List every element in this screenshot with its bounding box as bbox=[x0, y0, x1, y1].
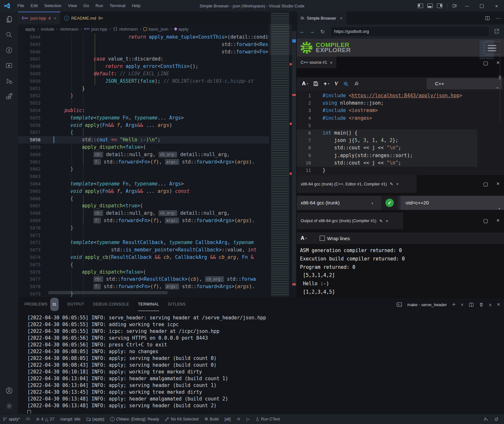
terminal-task-label[interactable]: make - serve_header bbox=[407, 302, 447, 307]
code-line-5055[interactable]: 5055 template<typename Fn, typename... A… bbox=[18, 114, 269, 122]
explorer-icon[interactable] bbox=[0, 12, 18, 27]
edit-icon[interactable]: ✎ bbox=[379, 219, 383, 223]
minimize-button[interactable]: ─ bbox=[460, 0, 474, 12]
ce-code-line-1[interactable]: 1#include <https://localhost:8443/apply/… bbox=[297, 92, 504, 99]
menu-terminal[interactable]: Terminal bbox=[106, 0, 129, 12]
code-line-5072[interactable]: 5072 template<typename ResultCallback, t… bbox=[18, 239, 269, 246]
code-line-5060[interactable]: 5060 cb: detail::null_arg, cb_arg: detai… bbox=[18, 151, 269, 158]
save-icon[interactable] bbox=[313, 81, 318, 86]
more-actions-icon[interactable]: ⋯ bbox=[496, 15, 501, 21]
close-tab-icon[interactable]: × bbox=[340, 16, 343, 21]
panel-tab-gitlens[interactable]: GITLENS bbox=[168, 298, 186, 311]
kill-terminal-icon[interactable] bbox=[479, 302, 484, 307]
settings-gear-icon[interactable] bbox=[0, 398, 18, 414]
cmake-status-item[interactable]: i CMake: [Debug]: Ready bbox=[107, 414, 162, 424]
menu-help[interactable]: Help bbox=[129, 0, 144, 12]
code-line-5053[interactable]: 5053 bbox=[18, 99, 269, 107]
pin-icon[interactable] bbox=[354, 81, 359, 86]
code-line-5067[interactable]: 5067 apply_dispatch<true>( bbox=[18, 202, 269, 210]
minimap[interactable] bbox=[269, 12, 292, 298]
ctest-item[interactable]: Run CTest bbox=[253, 414, 283, 424]
code-line-5046[interactable]: 5046 std::forward<Fn> bbox=[18, 48, 269, 56]
build-item[interactable]: ⚙Build bbox=[201, 414, 221, 424]
new-terminal-icon[interactable]: + bbox=[452, 301, 456, 308]
menu-file[interactable]: File bbox=[14, 0, 27, 12]
publish-item[interactable] bbox=[23, 414, 33, 424]
ce-code-line-11[interactable]: 11} bbox=[297, 167, 504, 174]
code-line-5069[interactable]: 5069 f: std::forward<Fn>(f), args: std::… bbox=[18, 217, 269, 224]
code-line-5074[interactable]: 5074 void apply_cb(ResultCallback && cb,… bbox=[18, 254, 269, 261]
close-panel-icon[interactable]: × bbox=[497, 301, 500, 308]
ce-source-scroll-thumb[interactable] bbox=[499, 76, 501, 80]
font-size-icon[interactable]: A▾ bbox=[302, 81, 308, 87]
ce-compiler-tab[interactable]: x86-64 gcc (trunk) (C++, Editor #1, Comp… bbox=[297, 175, 417, 193]
panel-tab-terminal[interactable]: TERMINAL bbox=[138, 298, 159, 311]
maximize-pane-icon[interactable]: ▢ bbox=[483, 218, 488, 224]
add-pane-icon[interactable]: +▾ bbox=[324, 80, 329, 87]
breadcrumb-item[interactable]: include bbox=[41, 27, 54, 32]
scrollbar-thumb[interactable] bbox=[292, 31, 296, 286]
language-select[interactable]: C++ ▾ bbox=[427, 78, 502, 89]
url-input[interactable]: https://godbolt.org bbox=[331, 27, 489, 36]
extensions-icon[interactable] bbox=[0, 89, 18, 104]
tab-json-hpp[interactable]: C++ json.hpp 4 × bbox=[18, 12, 60, 24]
feedback-icon[interactable] bbox=[480, 414, 491, 424]
code-line-5062[interactable]: 5062 } bbox=[18, 165, 269, 173]
maximize-panel-icon[interactable]: ∧ bbox=[489, 302, 492, 307]
code-line-5047[interactable]: 5047 case value_t::discarded: bbox=[18, 55, 269, 63]
menu-edit[interactable]: Edit bbox=[27, 0, 41, 12]
toggle-secondary-sidebar-icon[interactable] bbox=[435, 4, 444, 8]
horizontal-scrollbar[interactable] bbox=[48, 291, 168, 294]
code-line-5064[interactable]: 5064 template<typename Fn, typename... A… bbox=[18, 180, 269, 188]
vim-mode-icon[interactable]: V bbox=[334, 81, 338, 87]
code-line-5077[interactable]: 5077 cb: std::forward<ResultCallback>(cb… bbox=[18, 276, 269, 283]
menu-go[interactable]: Go bbox=[80, 0, 92, 12]
toggle-panel-icon[interactable] bbox=[425, 4, 435, 8]
source-control-icon[interactable] bbox=[0, 42, 18, 58]
breadcrumb-item[interactable]: C++json.hpp bbox=[84, 27, 107, 32]
split-terminal-icon[interactable] bbox=[469, 302, 474, 307]
git-branch-item[interactable]: apply* bbox=[0, 414, 23, 424]
search-icon[interactable] bbox=[0, 27, 18, 42]
ce-code-line-10[interactable]: 10 std::cout << j << "\n"; bbox=[297, 159, 504, 167]
zoom-icon[interactable] bbox=[343, 81, 349, 87]
panel-tab-debug-console[interactable]: DEBUG CONSOLE bbox=[93, 298, 130, 311]
code-line-5073[interactable]: 5073 std::is_member_pointer<ResultCallba… bbox=[18, 246, 269, 254]
terminal-dropdown-icon[interactable]: ∨ bbox=[461, 302, 464, 307]
code-line-5063[interactable]: 5063 bbox=[18, 173, 269, 180]
problems-item[interactable]: ⊘4 △27 bbox=[33, 414, 57, 424]
preview-icon[interactable] bbox=[0, 58, 18, 73]
edit-icon[interactable]: ✎ bbox=[390, 182, 393, 186]
code-editor[interactable]: 5044 return apply_make_tuple<ConstThis>(… bbox=[18, 33, 269, 298]
back-icon[interactable]: ← bbox=[297, 29, 307, 34]
ce-output-tab[interactable]: Output of x86-64 gcc (trunk) (Compiler #… bbox=[297, 212, 403, 229]
minimap-slider[interactable] bbox=[269, 24, 292, 55]
compiler-select[interactable]: x86-64 gcc (trunk) bbox=[301, 196, 340, 210]
clangd-status-item[interactable]: clangd: idle bbox=[57, 414, 83, 424]
notifications-bell-icon[interactable] bbox=[491, 414, 501, 424]
close-button[interactable]: × bbox=[489, 0, 504, 12]
breadcrumb-item[interactable]: nlohmann bbox=[60, 27, 78, 32]
close-icon[interactable]: × bbox=[396, 182, 399, 186]
close-tab-icon[interactable]: × bbox=[54, 16, 56, 21]
customize-layout-icon[interactable] bbox=[450, 4, 460, 8]
ce-code-line-2[interactable]: 2using nlohmann::json; bbox=[297, 99, 504, 107]
code-line-5051[interactable]: 5051 } bbox=[18, 85, 269, 92]
maximize-pane-icon[interactable]: ▢ bbox=[483, 181, 488, 187]
menu-view[interactable]: View bbox=[65, 0, 80, 12]
code-line-5061[interactable]: 5061 f: std::forward<Fn>(f), args: std::… bbox=[18, 158, 269, 166]
code-line-5068[interactable]: 5068 cb: detail::null_arg, cb_arg: detai… bbox=[18, 210, 269, 217]
debug-target-icon[interactable] bbox=[234, 414, 244, 424]
code-line-5052[interactable]: 5052 } bbox=[18, 92, 269, 99]
breadcrumb[interactable]: apply›include›nlohmann›C++json.hpp›{}nlo… bbox=[18, 24, 296, 33]
breadcrumb-item[interactable]: basic_json bbox=[143, 27, 168, 32]
breadcrumb-item[interactable]: apply bbox=[25, 27, 35, 32]
toggle-sidebar-icon[interactable] bbox=[415, 4, 425, 8]
close-icon[interactable]: × bbox=[330, 60, 333, 65]
ce-code-line-4[interactable]: 4#include <ranges> bbox=[297, 115, 504, 122]
code-line-5058[interactable]: 5058 std::cout << "Hello :-)\n"; bbox=[18, 136, 269, 144]
code-line-5057[interactable]: 5057 { bbox=[18, 129, 269, 136]
code-line-5078[interactable]: 5078 f: std::forward<Fn>(f), args: std::… bbox=[18, 283, 269, 290]
build-target-item[interactable]: [all] bbox=[222, 414, 234, 424]
launch-target-icon[interactable]: ▷ bbox=[244, 414, 253, 424]
